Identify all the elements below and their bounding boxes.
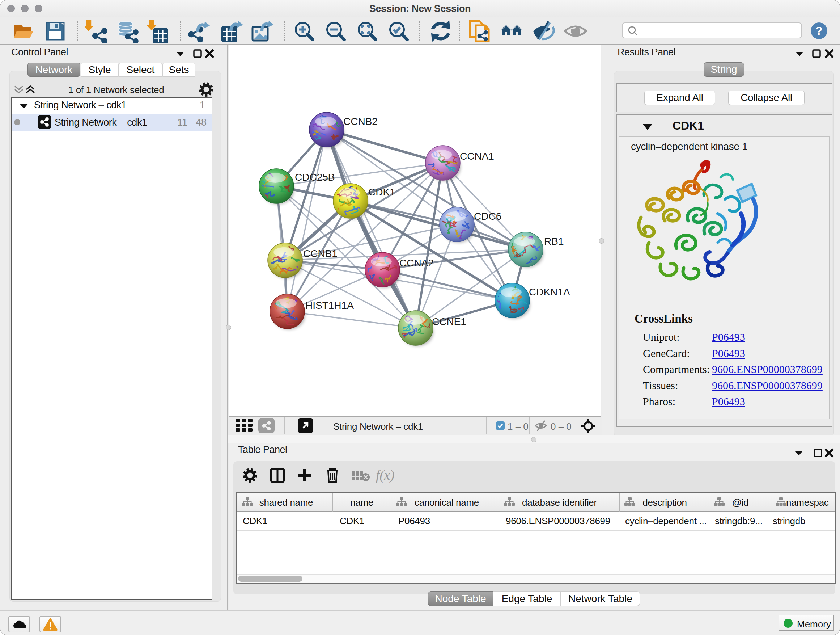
svg-text:CCNB1: CCNB1 (303, 248, 338, 259)
svg-text:CDKN1A: CDKN1A (529, 287, 570, 298)
svg-text:CDC6: CDC6 (474, 211, 501, 222)
svg-text:RB1: RB1 (544, 236, 564, 247)
svg-text:CCNA1: CCNA1 (460, 150, 494, 162)
svg-text:CCNE1: CCNE1 (432, 316, 466, 327)
svg-text:CDC25B: CDC25B (295, 172, 335, 183)
svg-text:CCNA2: CCNA2 (399, 257, 434, 269)
svg-text:HIST1H1A: HIST1H1A (305, 300, 354, 311)
svg-text:CCNB2: CCNB2 (343, 116, 378, 127)
svg-text:CDK1: CDK1 (368, 187, 395, 198)
